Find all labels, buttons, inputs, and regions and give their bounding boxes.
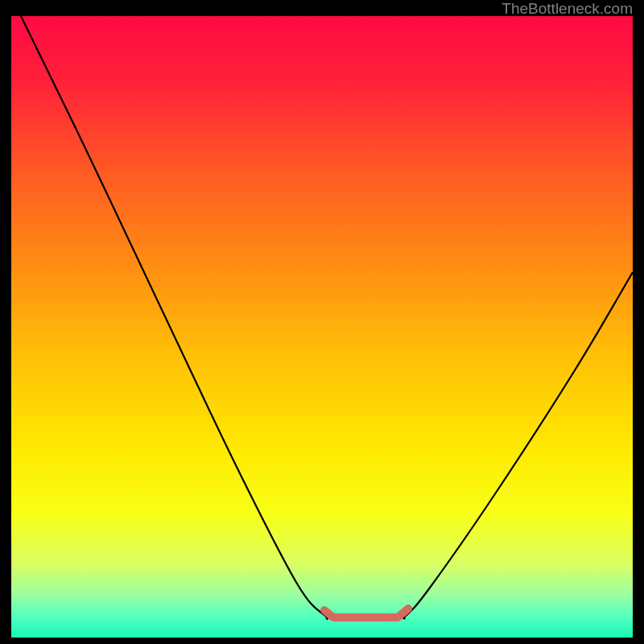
chart-canvas [11, 16, 633, 638]
gradient-background [11, 16, 633, 638]
watermark-text: TheBottleneck.com [502, 0, 633, 18]
chart-frame [11, 16, 633, 638]
